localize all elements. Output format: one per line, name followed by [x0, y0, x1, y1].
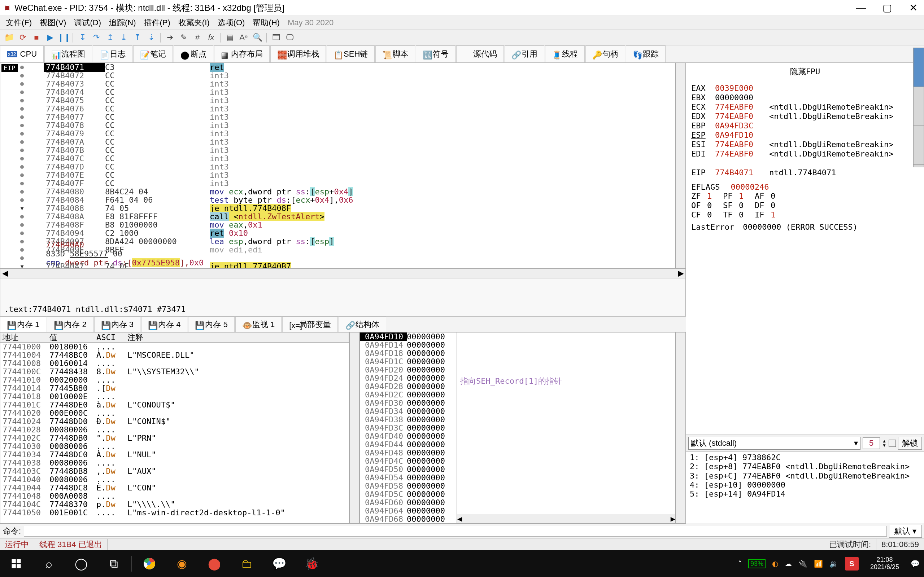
hex-row[interactable]: 7744101000020000....: [0, 376, 349, 384]
stack-row[interactable]: 0A94FD2400000000: [360, 374, 457, 382]
menu-item[interactable]: 文件(F): [2, 16, 36, 29]
hex-row[interactable]: 7744103C77448DB8,.DwL"AUX": [0, 467, 349, 475]
maximize-button[interactable]: ▢: [879, 2, 895, 14]
hex-header[interactable]: 地址: [0, 332, 47, 343]
register-row[interactable]: EBX00000000: [691, 93, 919, 102]
disasm-row[interactable]: 774B4094C2 1000ret 0x10: [0, 229, 675, 237]
lasterror-row[interactable]: LastError00000000 (ERROR SUCCESS): [691, 222, 919, 232]
stop-icon[interactable]: ■: [30, 31, 43, 44]
hex-header[interactable]: 注释: [125, 332, 349, 343]
disasm-row[interactable]: 774B4079CCint3: [0, 129, 675, 138]
hex-row[interactable]: 77441050001E001C....L"ms-win-direct2d-de…: [0, 508, 349, 517]
hex-row[interactable]: 774410180010000E....: [0, 392, 349, 401]
memory-tab-6[interactable]: [x=]局部变量: [282, 317, 338, 332]
tab-0[interactable]: x32CPU: [0, 45, 44, 62]
flags-row[interactable]: ZF1PF1AF0: [691, 192, 919, 201]
power-icon[interactable]: 🔌: [798, 559, 808, 568]
cortana-button[interactable]: ◯: [65, 550, 97, 577]
hex-row[interactable]: 7744103800080006....: [0, 459, 349, 467]
hex-row[interactable]: 7744100000180016....: [0, 343, 349, 351]
tab-7[interactable]: 📋SEH链: [327, 45, 375, 62]
notifications-icon[interactable]: 💬: [911, 559, 920, 568]
disasm-row[interactable]: ▾774B40A774 0Eje ntdll.774B40B7: [0, 262, 675, 268]
stack-row[interactable]: 0A94FD3800000000: [360, 416, 457, 424]
modules-icon[interactable]: ▤: [224, 31, 236, 44]
step-into-icon[interactable]: ↧: [76, 31, 89, 44]
wechat-icon[interactable]: 💬: [263, 550, 296, 577]
disasm-row[interactable]: 774B40A0 833D 58E95577 00cmp dword ptr d…: [0, 254, 675, 262]
disasm-hscroll[interactable]: ◀▶: [0, 268, 686, 279]
tab-9[interactable]: 🔣符号: [416, 45, 456, 62]
tab-4[interactable]: ⬤断点: [174, 45, 213, 62]
disasm-row[interactable]: 774B407CCCint3: [0, 154, 675, 163]
step-icon[interactable]: ⤓: [118, 31, 130, 44]
memory-tab-0[interactable]: 💾内存 1: [0, 317, 46, 332]
tab-10[interactable]: 源代码: [456, 45, 504, 62]
disasm-row[interactable]: 774B4073CCint3: [0, 80, 675, 88]
disasm-row[interactable]: 774B407DCCint3: [0, 163, 675, 171]
hex-dump-pane[interactable]: 地址值ASCI注释 7744100000180016....7744100477…: [0, 332, 349, 524]
close-button[interactable]: ✕: [905, 2, 921, 14]
menu-item[interactable]: 收藏夹(I): [175, 16, 213, 29]
command-input[interactable]: [24, 526, 887, 537]
stack-row[interactable]: 0A94FD2000000000: [360, 366, 457, 374]
step-over-icon[interactable]: ↷: [90, 31, 102, 44]
run-icon[interactable]: ▶: [44, 31, 56, 44]
open-icon[interactable]: 📁: [3, 31, 15, 44]
clock[interactable]: 21:082021/6/25: [865, 556, 904, 571]
tab-12[interactable]: 🧵线程: [545, 45, 585, 62]
memory-tab-4[interactable]: 💾内存 5: [188, 317, 234, 332]
disasm-row[interactable]: 774B407FCCint3: [0, 179, 675, 187]
hex-row[interactable]: 7744104C77448370p.DwL"\\\\.\\": [0, 500, 349, 508]
disasm-row[interactable]: 774B4072CCint3: [0, 71, 675, 80]
patch-icon[interactable]: ✎: [178, 31, 190, 44]
screen-icon[interactable]: 🗔: [270, 31, 282, 44]
step2-icon[interactable]: ⤒: [131, 31, 144, 44]
register-row[interactable]: ECX774EABF0<ntdll.DbgUiRemoteBreakin>: [691, 102, 919, 112]
hide-fpu-button[interactable]: 隐藏FPU: [686, 63, 924, 84]
stack-row[interactable]: 0A94FD1C00000000: [360, 357, 457, 366]
command-mode[interactable]: 默认 ▾: [889, 525, 922, 538]
hex-row[interactable]: 7744100800160014....: [0, 359, 349, 367]
menu-item[interactable]: 调试(D): [70, 16, 105, 29]
register-row[interactable]: EDX774EABF0<ntdll.DbgUiRemoteBreakin>: [691, 112, 919, 121]
minimize-button[interactable]: —: [853, 2, 869, 14]
tab-14[interactable]: 👣跟踪: [626, 45, 666, 62]
stack-row[interactable]: 0A94FD1800000000: [360, 349, 457, 357]
ime-icon[interactable]: S: [845, 557, 859, 571]
disasm-row[interactable]: 774B407ACCint3: [0, 138, 675, 146]
tab-8[interactable]: 📜脚本: [375, 45, 415, 62]
callconv-lock-button[interactable]: 解锁: [898, 437, 922, 450]
register-row[interactable]: EDI774EABF0<ntdll.DbgUiRemoteBreakin>: [691, 149, 919, 159]
stack-row[interactable]: 0A94FD6800000000: [360, 515, 457, 523]
register-row[interactable]: EBP0A94FD3C: [691, 121, 919, 131]
callconv-lock-checkbox[interactable]: [888, 440, 896, 447]
hex-header[interactable]: ASCI: [94, 333, 125, 342]
args-pane[interactable]: 1: [esp+4] 9738862C2: [esp+8] 774EABF0 <…: [686, 451, 924, 524]
disasm-row[interactable]: 774B407ECCint3: [0, 171, 675, 179]
tab-2[interactable]: 📄日志: [93, 45, 132, 62]
disasm-row[interactable]: 774B408AE8 81F8FFFFcall <ntdll.ZwTestAle…: [0, 213, 675, 221]
chrome-icon[interactable]: [133, 550, 166, 577]
register-row[interactable]: ESI774EABF0<ntdll.DbgUiRemoteBreakin>: [691, 140, 919, 149]
stack-row[interactable]: 0A94FD5800000000: [360, 482, 457, 490]
side-tabs[interactable]: [913, 48, 924, 167]
restart-icon[interactable]: ⟳: [16, 31, 29, 44]
disasm-row[interactable]: 774B4076CCint3: [0, 105, 675, 113]
menu-item[interactable]: 追踪(N): [105, 16, 140, 29]
stack-row[interactable]: 0A94FD1400000000: [360, 341, 457, 349]
battery-indicator[interactable]: 93%: [748, 559, 766, 568]
memory-tab-1[interactable]: 💾内存 2: [47, 317, 93, 332]
memory-tab-7[interactable]: 🔗结构体: [339, 317, 386, 332]
stack-row[interactable]: 0A94FD6400000000: [360, 507, 457, 515]
tab-3[interactable]: 📝笔记: [133, 45, 173, 62]
text-icon[interactable]: Aᵃ: [237, 31, 250, 44]
disasm-row[interactable]: 774B4084F641 04 06test byte ptr ds:[ecx+…: [0, 196, 675, 204]
seh-pane[interactable]: 指向SEH_Record[1]的指针 ◀▶: [457, 332, 676, 524]
register-row[interactable]: ESP0A94FD10: [691, 131, 919, 140]
register-row[interactable]: EAX0039E000: [691, 84, 919, 93]
flags-row[interactable]: CF0TF0IF1: [691, 210, 919, 220]
disasm-row[interactable]: 774B4074CCint3: [0, 88, 675, 96]
stack-row[interactable]: 0A94FD4000000000: [360, 432, 457, 440]
hex-row[interactable]: 7744102477448DD0Ð.DwL"CONIN$": [0, 417, 349, 425]
